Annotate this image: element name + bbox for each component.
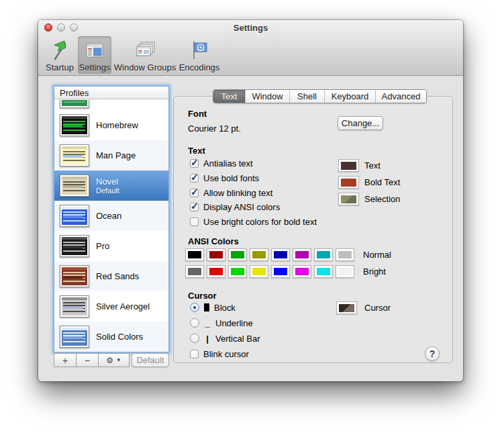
close-button[interactable] bbox=[44, 23, 52, 32]
checkbox[interactable] bbox=[190, 218, 199, 226]
ansi-colors-heading: ANSI Colors bbox=[188, 236, 239, 246]
profile-labels: Pro bbox=[96, 241, 109, 251]
tab-advanced[interactable]: Advanced bbox=[375, 90, 426, 103]
set-default-button[interactable]: Default bbox=[132, 353, 169, 367]
toolbar-item-encodings[interactable]: Encodings bbox=[179, 36, 220, 74]
ansi-color-well-normal-3[interactable] bbox=[250, 248, 268, 261]
radio-row-block[interactable]: Block bbox=[190, 302, 236, 313]
tab-keyboard[interactable]: Keyboard bbox=[324, 90, 375, 103]
list-item-ocean[interactable]: Ocean bbox=[54, 201, 168, 231]
remove-profile-button[interactable]: − bbox=[77, 353, 99, 367]
zoom-button[interactable] bbox=[70, 23, 78, 32]
checkbox-row-antialias-text[interactable]: ✓Antialias text bbox=[190, 158, 253, 168]
checkbox-row-display-ansi-colors[interactable]: ✓Display ANSI colors bbox=[190, 201, 280, 212]
color-well-bold-text[interactable] bbox=[338, 176, 359, 189]
checkbox-label: Display ANSI colors bbox=[203, 202, 280, 212]
checkbox-row-allow-blinking-text[interactable]: ✓Allow blinking text bbox=[190, 187, 272, 198]
toolbar-item-settings[interactable]: Settings bbox=[78, 36, 111, 74]
list-item-homebrew[interactable]: Homebrew bbox=[54, 110, 168, 140]
color-well-selection[interactable] bbox=[338, 193, 359, 205]
profile-labels: Man Page bbox=[96, 150, 136, 160]
chevron-down-icon: ▼ bbox=[116, 357, 121, 363]
ansi-color-well-normal-1[interactable] bbox=[207, 248, 225, 261]
toolbar-item-window-groups[interactable]: Window Groups bbox=[113, 36, 177, 74]
tab-bar: TextWindowShellKeyboardAdvanced bbox=[213, 89, 427, 103]
ansi-color-well-bright-2[interactable] bbox=[228, 265, 247, 278]
ansi-color-row-bright: Bright bbox=[185, 265, 386, 278]
ansi-color-well-normal-2[interactable] bbox=[228, 248, 247, 261]
profile-thumbnail-band bbox=[63, 155, 83, 158]
profile-labels: NovelDefault bbox=[96, 177, 119, 195]
checkbox[interactable]: ✓ bbox=[190, 189, 199, 197]
profile-labels: Red Sands bbox=[96, 271, 139, 281]
checkbox[interactable]: ✓ bbox=[190, 203, 199, 211]
ansi-row-label: Bright bbox=[363, 267, 386, 277]
ansi-color-well-normal-0[interactable] bbox=[185, 248, 204, 261]
ansi-color-well-bright-5[interactable] bbox=[293, 265, 311, 278]
color-swatch bbox=[317, 251, 330, 258]
checkbox[interactable]: ✓ bbox=[190, 159, 199, 168]
ansi-color-well-bright-4[interactable] bbox=[271, 265, 290, 278]
ansi-color-well-bright-3[interactable] bbox=[250, 265, 268, 278]
radio-row-underline[interactable]: _Underline bbox=[190, 318, 253, 328]
cursor-style-underline-icon: _ bbox=[204, 318, 211, 328]
color-well-text[interactable] bbox=[338, 159, 359, 172]
check-mark-icon: ✓ bbox=[191, 172, 199, 183]
profile-name: Ocean bbox=[96, 211, 121, 221]
list-item-pro[interactable]: Pro bbox=[54, 231, 168, 261]
list-item-red-sands[interactable]: Red Sands bbox=[54, 261, 168, 291]
list-item-novel[interactable]: NovelDefault bbox=[54, 171, 168, 201]
ansi-color-well-normal-5[interactable] bbox=[293, 248, 311, 261]
checkbox-label: Use bright colors for bold text bbox=[203, 217, 317, 227]
checkbox-row-use-bright-colors-for-bold-text[interactable]: Use bright colors for bold text bbox=[190, 216, 317, 227]
color-swatch bbox=[188, 268, 201, 275]
add-profile-button[interactable]: + bbox=[54, 353, 77, 367]
ansi-color-well-bright-7[interactable] bbox=[336, 265, 354, 278]
blink-cursor-checkbox[interactable] bbox=[190, 350, 199, 358]
window-groups-icon bbox=[134, 38, 156, 62]
radio-row-vertical-bar[interactable]: |Vertical Bar bbox=[190, 333, 260, 344]
radio-button[interactable] bbox=[190, 318, 199, 328]
profiles-sidebar: Profiles HomebrewMan PageNovelDefaultOce… bbox=[54, 86, 169, 352]
toolbar-item-label: Window Groups bbox=[114, 62, 176, 72]
change-font-button[interactable]: Change... bbox=[338, 116, 383, 130]
settings-window-icon bbox=[83, 38, 106, 62]
toolbar-item-startup[interactable]: Startup bbox=[43, 36, 77, 74]
list-item-silver-aerogel[interactable]: Silver Aerogel bbox=[54, 291, 168, 322]
startup-flag-icon bbox=[48, 38, 71, 62]
profile-thumbnail-titlebar bbox=[62, 267, 87, 270]
tab-shell[interactable]: Shell bbox=[289, 90, 324, 103]
checkbox-label: Allow blinking text bbox=[203, 188, 272, 198]
color-well-label: Text bbox=[364, 160, 381, 171]
tab-window[interactable]: Window bbox=[245, 90, 289, 103]
list-item-solid-colors[interactable]: Solid Colors bbox=[54, 322, 168, 352]
profile-thumbnail-screen bbox=[62, 297, 87, 316]
color-swatch bbox=[231, 251, 244, 258]
radio-button[interactable] bbox=[190, 334, 199, 343]
help-button[interactable]: ? bbox=[425, 346, 440, 361]
profile-thumbnail-screen bbox=[62, 328, 87, 346]
traffic-lights bbox=[44, 23, 78, 32]
color-swatch bbox=[252, 251, 266, 258]
tab-text[interactable]: Text bbox=[213, 90, 245, 103]
minimize-button[interactable] bbox=[57, 23, 65, 32]
color-well-cursor[interactable] bbox=[336, 301, 357, 314]
ansi-color-well-bright-0[interactable] bbox=[185, 265, 204, 278]
radio-button[interactable] bbox=[190, 303, 199, 312]
ansi-color-well-bright-1[interactable] bbox=[207, 265, 225, 278]
checkbox-row-use-bold-fonts[interactable]: ✓Use bold fonts bbox=[190, 173, 259, 183]
blink-cursor-checkbox-row[interactable]: Blink cursor bbox=[190, 348, 249, 359]
profile-thumbnail-lines bbox=[63, 100, 85, 104]
ansi-color-well-bright-6[interactable] bbox=[314, 265, 333, 278]
color-swatch bbox=[274, 251, 287, 258]
check-mark-icon: ✓ bbox=[191, 157, 199, 168]
list-item-man-page[interactable]: Man Page bbox=[54, 140, 168, 171]
checkbox[interactable]: ✓ bbox=[190, 174, 199, 183]
cursor-heading: Cursor bbox=[188, 291, 217, 301]
list-item-partial[interactable] bbox=[54, 100, 168, 110]
profile-actions-menu-button[interactable]: ⚙ ▼ bbox=[99, 353, 130, 367]
ansi-color-well-normal-7[interactable] bbox=[336, 248, 354, 261]
profile-name: Red Sands bbox=[96, 271, 139, 281]
ansi-color-well-normal-6[interactable] bbox=[314, 248, 333, 261]
ansi-color-well-normal-4[interactable] bbox=[271, 248, 290, 261]
